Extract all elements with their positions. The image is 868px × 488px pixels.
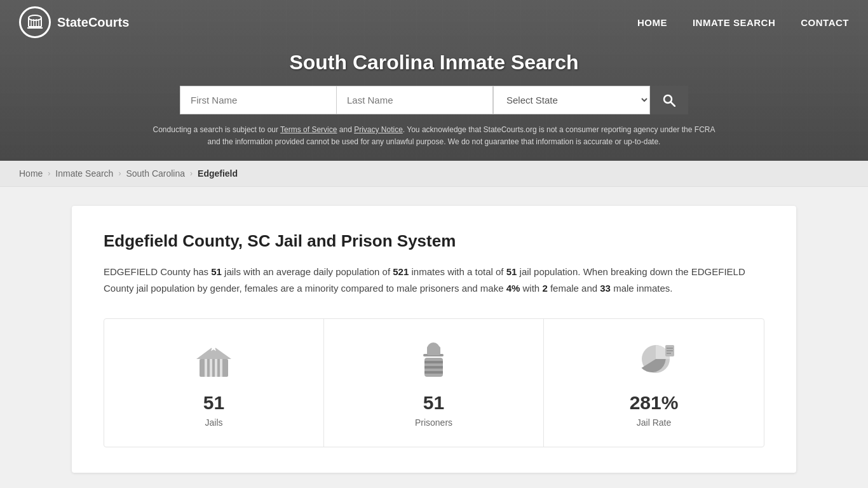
svg-rect-23 bbox=[424, 366, 443, 369]
logo-icon bbox=[19, 6, 51, 38]
breadcrumb-sep-2: › bbox=[118, 169, 121, 178]
svg-rect-27 bbox=[667, 348, 673, 349]
svg-rect-15 bbox=[220, 359, 222, 377]
breadcrumb-sep-1: › bbox=[48, 169, 50, 178]
nav-home[interactable]: HOME bbox=[637, 17, 667, 28]
stat-prisoners-number: 51 bbox=[423, 392, 444, 414]
main-content: Edgefield County, SC Jail and Prison Sys… bbox=[53, 206, 815, 473]
svg-rect-14 bbox=[215, 359, 217, 377]
svg-rect-20 bbox=[427, 346, 440, 355]
first-name-input[interactable] bbox=[180, 86, 336, 114]
stat-jail-rate-label: Jail Rate bbox=[637, 417, 671, 428]
jail-icon bbox=[192, 338, 236, 383]
card-description: EDGEFIELD County has 51 jails with an av… bbox=[104, 264, 764, 296]
card-title: Edgefield County, SC Jail and Prison Sys… bbox=[104, 231, 764, 251]
svg-rect-28 bbox=[667, 350, 673, 351]
breadcrumb-sep-3: › bbox=[190, 169, 193, 178]
privacy-link[interactable]: Privacy Notice bbox=[354, 125, 403, 134]
stat-jails-number: 51 bbox=[203, 392, 224, 414]
header-content: StateCourts HOME INMATE SEARCH CONTACT S… bbox=[0, 0, 868, 161]
breadcrumb: Home › Inmate Search › South Carolina › … bbox=[0, 161, 868, 187]
svg-point-0 bbox=[29, 15, 41, 20]
breadcrumb-current: Edgefield bbox=[198, 168, 238, 179]
header: StateCourts HOME INMATE SEARCH CONTACT S… bbox=[0, 0, 868, 161]
breadcrumb-inmate-search[interactable]: Inmate Search bbox=[55, 168, 113, 179]
svg-rect-12 bbox=[205, 359, 207, 377]
breadcrumb-south-carolina[interactable]: South Carolina bbox=[126, 168, 185, 179]
svg-rect-22 bbox=[424, 361, 443, 363]
nav-inmate-search[interactable]: INMATE SEARCH bbox=[693, 17, 775, 28]
search-button[interactable] bbox=[650, 86, 688, 114]
svg-rect-24 bbox=[424, 371, 443, 374]
info-card: Edgefield County, SC Jail and Prison Sys… bbox=[72, 206, 796, 473]
svg-rect-11 bbox=[200, 359, 228, 377]
stat-jail-rate: 281% Jail Rate bbox=[544, 319, 764, 447]
svg-rect-13 bbox=[210, 359, 212, 377]
stat-prisoners-label: Prisoners bbox=[415, 417, 452, 428]
logo[interactable]: StateCourts bbox=[19, 6, 129, 38]
stats-grid: 51 Jails bbox=[104, 318, 764, 447]
stat-jail-rate-number: 281% bbox=[630, 392, 679, 414]
nav-contact[interactable]: CONTACT bbox=[801, 17, 849, 28]
chart-icon bbox=[632, 338, 676, 383]
search-bar: Select State Alabama Alaska Arizona Arka… bbox=[180, 86, 688, 114]
prisoner-icon bbox=[412, 338, 456, 383]
stat-jails-label: Jails bbox=[205, 417, 222, 428]
state-select[interactable]: Select State Alabama Alaska Arizona Arka… bbox=[493, 86, 650, 114]
hero-section: South Carolina Inmate Search Select Stat… bbox=[0, 44, 868, 161]
disclaimer-text: Conducting a search is subject to our Te… bbox=[148, 124, 720, 148]
svg-rect-29 bbox=[667, 353, 671, 354]
stat-jails: 51 Jails bbox=[104, 319, 324, 447]
hero-title: South Carolina Inmate Search bbox=[13, 51, 855, 74]
terms-link[interactable]: Terms of Service bbox=[280, 125, 337, 134]
navigation: StateCourts HOME INMATE SEARCH CONTACT bbox=[0, 0, 868, 44]
breadcrumb-home[interactable]: Home bbox=[19, 168, 43, 179]
stat-prisoners: 51 Prisoners bbox=[324, 319, 544, 447]
last-name-input[interactable] bbox=[336, 86, 493, 114]
nav-links: HOME INMATE SEARCH CONTACT bbox=[637, 17, 849, 28]
svg-line-10 bbox=[671, 102, 675, 106]
logo-text: StateCourts bbox=[57, 15, 129, 30]
